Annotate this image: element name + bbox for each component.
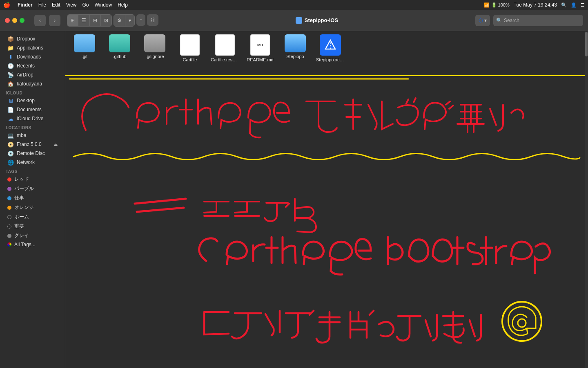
search-input[interactable] — [493, 15, 583, 26]
menubar-right: 📶 🔋 100% Tue May 7 19:24:43 🔍 👤 ☰ — [484, 2, 585, 8]
sidebar-item-downloads[interactable]: ⬇ Downloads — [2, 52, 63, 61]
help-menu[interactable]: Help — [118, 2, 128, 8]
sidebar-label-tag-purple: パープル — [14, 185, 34, 192]
sidebar-item-airdrop[interactable]: 📡 AirDrop — [2, 70, 63, 79]
file-strip: .git .github .gitignore Cartfile Cartfil — [65, 31, 588, 76]
sidebar-item-tag-gray[interactable]: グレイ — [2, 231, 63, 240]
sidebar-label-tag-important: 重要 — [14, 223, 24, 230]
file-label-git: .git — [82, 54, 88, 59]
minimize-button[interactable] — [12, 18, 17, 23]
sidebar-label-documents: Documents — [17, 107, 42, 112]
traffic-lights — [5, 18, 24, 23]
file-label-cartfile-resolved: Cartfile.resolved — [211, 57, 239, 62]
readme-icon: MD — [250, 34, 270, 56]
sidebar-item-tag-important[interactable]: 重要 — [2, 222, 63, 231]
annotations-svg — [65, 77, 588, 368]
xcode-file-icon — [320, 34, 341, 56]
sidebar-item-tag-work[interactable]: 仕事 — [2, 193, 63, 203]
file-item-gitignore[interactable]: .gitignore — [140, 34, 169, 59]
tag-dot-purple — [7, 187, 11, 191]
file-item-xcode[interactable]: Stepippo.xcodeproj — [316, 34, 345, 62]
file-menu[interactable]: File — [38, 2, 46, 8]
sidebar-item-franz[interactable]: 📀 Franz 5.0.0 ⏏ — [2, 140, 63, 149]
apple-menu[interactable]: 🍎 — [3, 2, 10, 8]
sidebar-item-all-tags[interactable]: All Tags... — [2, 240, 63, 249]
spotlight-icon[interactable]: 🔍 — [561, 2, 567, 8]
sort-dropdown-btn[interactable]: ▾ — [125, 15, 134, 26]
icon-view-btn[interactable]: ⊞ — [67, 15, 78, 26]
sort-btn[interactable]: ⚙ — [114, 15, 125, 26]
dropbox-dropdown-icon: ▾ — [484, 18, 487, 23]
sidebar-label-network: Network — [17, 159, 35, 165]
file-item-cartfile-resolved[interactable]: Cartfile.resolved — [211, 34, 239, 62]
sidebar-item-remote-disc[interactable]: 💿 Remote Disc — [2, 149, 63, 158]
go-menu[interactable]: Go — [82, 2, 89, 8]
file-item-cartfile[interactable]: Cartfile — [176, 34, 204, 62]
file-item-git[interactable]: .git — [70, 34, 99, 59]
dropbox-button[interactable]: ⬡ ▾ — [475, 15, 490, 26]
scrollbar-thumb[interactable] — [585, 32, 588, 56]
sidebar-item-tag-home[interactable]: ホーム — [2, 212, 63, 222]
file-item-stepippo[interactable]: Stepippo — [281, 34, 310, 59]
view-menu[interactable]: View — [66, 2, 77, 8]
sidebar-label-icloud: iCloud Drive — [17, 116, 43, 121]
sidebar-label-mba: mba — [17, 132, 26, 138]
control-center-icon[interactable]: ☰ — [581, 2, 585, 8]
file-area: .git .github .gitignore Cartfile Cartfil — [65, 31, 588, 368]
sort-group: ⚙ ▾ — [114, 14, 135, 27]
documents-icon: 📄 — [7, 106, 14, 113]
tags-section-title: Tags — [0, 167, 65, 175]
sidebar-item-mba[interactable]: 💻 mba — [2, 131, 63, 140]
gallery-view-btn[interactable]: ⊠ — [101, 15, 111, 26]
maximize-button[interactable] — [20, 18, 24, 23]
close-button[interactable] — [5, 18, 10, 23]
sidebar-item-tag-red[interactable]: レッド — [2, 175, 63, 184]
file-item-readme[interactable]: MD README.md — [246, 34, 274, 62]
sidebar-item-documents[interactable]: 📄 Documents — [2, 105, 63, 114]
sidebar-item-user[interactable]: 🏠 katouayana — [2, 79, 63, 88]
sidebar-label-tag-gray: グレイ — [14, 232, 29, 239]
sidebar-item-dropbox[interactable]: 📦 Dropbox — [2, 34, 63, 43]
sidebar-item-network[interactable]: 🌐 Network — [2, 158, 63, 167]
sidebar-label-user: katouayana — [17, 81, 42, 87]
sidebar-item-desktop[interactable]: 🖥 Desktop — [2, 96, 63, 105]
sidebar-item-icloud-drive[interactable]: ☁ iCloud Drive — [2, 114, 63, 123]
sidebar-item-tag-purple[interactable]: パープル — [2, 184, 63, 193]
dropbox-icon: 📦 — [7, 36, 14, 42]
forward-button[interactable]: › — [49, 15, 60, 26]
toolbar-right: ⬡ ▾ 🔍 — [475, 15, 583, 26]
airdrop-icon: 📡 — [7, 72, 14, 78]
finder-menu[interactable]: Finder — [18, 2, 33, 8]
user-folder-icon: 🏠 — [7, 81, 14, 87]
window-menu[interactable]: Window — [95, 2, 112, 8]
window-title: Stepippo-iOS — [305, 17, 338, 23]
network-icon: 🌐 — [7, 159, 14, 166]
sidebar-label-tag-home: ホーム — [14, 213, 29, 220]
column-view-btn[interactable]: ⊟ — [90, 15, 101, 26]
user-icon[interactable]: 👤 — [571, 2, 577, 8]
git-folder-icon — [74, 34, 95, 52]
svg-point-7 — [518, 319, 526, 327]
edit-menu[interactable]: Edit — [52, 2, 60, 8]
all-tags-icon — [7, 242, 11, 247]
file-item-github[interactable]: .github — [105, 34, 134, 59]
sidebar-item-recents[interactable]: 🕐 Recents — [2, 61, 63, 70]
file-label-readme: README.md — [247, 57, 273, 62]
tag-dot-orange — [7, 206, 11, 210]
menubar-time: Tue May 7 19:24:43 — [514, 2, 557, 8]
sidebar-label-downloads: Downloads — [17, 54, 41, 60]
downloads-icon: ⬇ — [7, 54, 14, 60]
share-btn[interactable]: ↑ — [136, 14, 145, 26]
vertical-scrollbar[interactable] — [585, 31, 588, 368]
gitignore-folder-icon — [144, 34, 165, 52]
eject-icon[interactable]: ⏏ — [54, 142, 58, 147]
tag-dot-important — [7, 224, 11, 229]
status-icons: 📶 🔋 100% — [484, 2, 509, 8]
back-button[interactable]: ‹ — [34, 15, 46, 26]
list-view-btn[interactable]: ☰ — [78, 15, 90, 26]
sidebar-item-applications[interactable]: 📁 Applications — [2, 43, 63, 52]
finder-window: ‹ › ⊞ ☰ ⊟ ⊠ ⚙ ▾ ↑ ⛓ Stepippo-iOS ⬡ ▾ — [0, 10, 588, 368]
link-btn[interactable]: ⛓ — [147, 14, 158, 26]
sidebar-item-tag-orange[interactable]: オレンジ — [2, 203, 63, 212]
sidebar-label-airdrop: AirDrop — [17, 72, 33, 78]
